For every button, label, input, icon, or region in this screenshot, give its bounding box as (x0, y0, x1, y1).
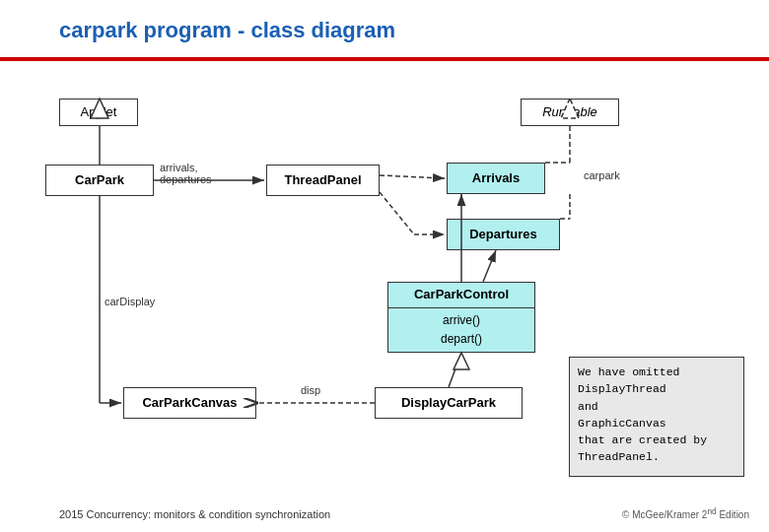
carpark-box: CarPark (45, 165, 154, 196)
title-underline (0, 57, 769, 61)
displaycarpark-box: DisplayCarPark (375, 387, 523, 419)
svg-text:arrivals,: arrivals, (160, 162, 198, 173)
svg-text:departures: departures (160, 173, 212, 185)
threadpanel-box: ThreadPanel (266, 165, 380, 196)
footer-right: © McGee/Kramer 2nd Edition (622, 506, 749, 520)
svg-line-5 (380, 175, 445, 178)
svg-line-18 (483, 250, 496, 282)
footer-left: 2015 Concurrency: monitors & condition s… (59, 508, 330, 520)
note-text: We have omittedDisplayThreadandGraphicCa… (578, 366, 707, 463)
svg-text:carDisplay: carDisplay (105, 296, 156, 307)
arrivals-box: Arrivals (447, 163, 545, 194)
page-title: carpark program - class diagram (59, 18, 395, 43)
carparkcontrol-method1: arrive() (388, 310, 534, 330)
carparkcontrol-label: CarParkControl (388, 283, 534, 305)
carparkcanvas-box: CarParkCanvas (123, 387, 256, 419)
carparkcontrol-box: CarParkControl arrive() depart() (387, 282, 535, 353)
footer-copyright: © (622, 509, 629, 520)
note-box: We have omittedDisplayThreadandGraphicCa… (569, 357, 744, 477)
departures-box: Departures (447, 219, 560, 250)
svg-line-6 (380, 192, 414, 234)
svg-line-19 (449, 353, 461, 387)
svg-text:carpark: carpark (584, 169, 620, 181)
runnable-box: Runnable (521, 99, 619, 126)
applet-box: Applet (59, 99, 138, 126)
svg-text:disp: disp (301, 384, 320, 396)
carparkcontrol-method2: depart() (388, 330, 534, 348)
svg-marker-20 (454, 353, 469, 369)
